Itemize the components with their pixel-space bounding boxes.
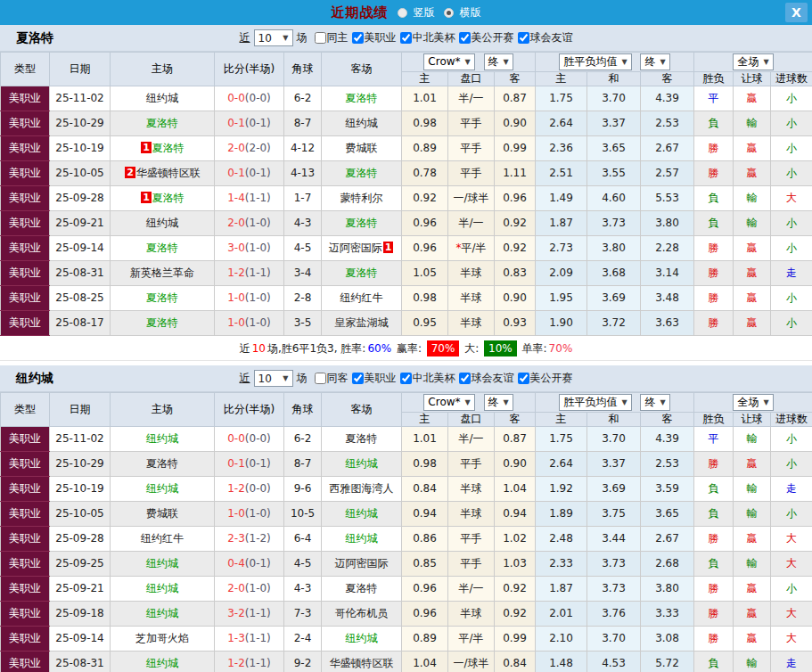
match-count-select[interactable]: 10 ▼ bbox=[254, 29, 293, 46]
subcol-odds-home: 主 bbox=[402, 72, 448, 86]
score-cell: 3-2(1-1) bbox=[215, 602, 284, 627]
match-count-select[interactable]: 10 ▼ bbox=[254, 370, 293, 387]
result-handicap-cell: 贏 bbox=[734, 236, 771, 261]
table-body: 美职业25-11-02纽约城0-0(0-0)6-2夏洛特1.01半/一0.871… bbox=[1, 427, 812, 672]
subcol-avg-draw: 和 bbox=[587, 72, 641, 86]
result-wdl-cell: 勝 bbox=[694, 627, 734, 652]
fulltime-select[interactable]: 全场 ▼ bbox=[733, 394, 773, 411]
handicap-label: 半球 bbox=[461, 291, 482, 304]
table-row: 美职业25-09-21纽约城2-0(1-0)4-3夏洛特0.96半/一0.921… bbox=[1, 211, 812, 236]
team-label: 纽约城 bbox=[146, 482, 178, 495]
same-venue-input[interactable] bbox=[315, 373, 326, 384]
team-label: 夏洛特 bbox=[346, 266, 378, 279]
team-label: 华盛顿特区联 bbox=[136, 167, 201, 179]
league-checkbox[interactable]: 中北美杯 bbox=[400, 371, 455, 386]
league-checkbox[interactable]: 球会友谊 bbox=[518, 30, 573, 45]
league-checkbox[interactable]: 球会友谊 bbox=[459, 371, 514, 386]
league-checkbox[interactable]: 中北美杯 bbox=[400, 30, 455, 45]
subcol-odds-away: 客 bbox=[495, 72, 536, 86]
home-team-cell: 夏洛特 bbox=[111, 286, 215, 311]
table-row: 美职业25-08-25夏洛特1-0(1-0)2-8纽约红牛0.98半球0.901… bbox=[1, 286, 812, 311]
home-team-cell: 夏洛特 bbox=[111, 111, 215, 136]
fulltime-score: 1-2 bbox=[227, 266, 245, 279]
fulltime-score: 2-0 bbox=[227, 582, 245, 594]
halftime-score: (0-0) bbox=[245, 92, 271, 104]
same-venue-input[interactable] bbox=[315, 32, 326, 44]
radio-horizontal-label[interactable]: 横版 bbox=[460, 5, 481, 20]
date-cell: 25-08-17 bbox=[50, 311, 111, 336]
avg-draw-cell: 3.75 bbox=[587, 502, 641, 527]
league-checkbox[interactable]: 美职业 bbox=[352, 371, 397, 386]
league-cell: 美职业 bbox=[1, 111, 50, 136]
home-team-cell: 纽约城 bbox=[111, 577, 215, 602]
handicap-cell: 平/半 bbox=[448, 627, 495, 652]
radio-vertical-label[interactable]: 竖版 bbox=[414, 5, 435, 20]
table-row: 美职业25-10-052华盛顿特区联0-1(0-1)4-13夏洛特0.78平手1… bbox=[1, 161, 812, 186]
league-checkbox-input[interactable] bbox=[518, 373, 529, 384]
fulltime-score: 1-2 bbox=[227, 657, 245, 669]
date-cell: 25-09-28 bbox=[50, 186, 111, 211]
away-team-cell: 夏洛特 bbox=[322, 427, 402, 452]
league-checkbox-input[interactable] bbox=[459, 32, 471, 44]
away-team-cell: 西雅图海湾人 bbox=[322, 477, 402, 502]
avg-final-select[interactable]: 终 ▼ bbox=[640, 394, 669, 411]
league-checkbox[interactable]: 美公开赛 bbox=[518, 371, 573, 386]
chevron-down-icon: ▼ bbox=[504, 58, 509, 66]
league-checkbox-input[interactable] bbox=[459, 373, 471, 384]
home-odds-cell: 0.98 bbox=[402, 286, 448, 311]
away-odds-cell: 0.94 bbox=[495, 502, 536, 527]
fulltime-select[interactable]: 全场 ▼ bbox=[733, 53, 773, 70]
score-cell: 2-0(1-0) bbox=[215, 211, 284, 236]
close-button[interactable]: X bbox=[785, 3, 808, 22]
radio-horizontal[interactable] bbox=[444, 8, 454, 18]
score-cell: 1-0(1-0) bbox=[215, 286, 284, 311]
odds-company-select[interactable]: Crow* ▼ bbox=[423, 53, 474, 70]
league-checkbox-input[interactable] bbox=[400, 373, 412, 384]
avg-home-cell: 1.89 bbox=[536, 502, 587, 527]
odds-final-select[interactable]: 终 ▼ bbox=[484, 394, 513, 411]
league-cell: 美职业 bbox=[1, 86, 50, 111]
date-cell: 25-09-18 bbox=[50, 602, 111, 627]
subcol-avg-home: 主 bbox=[536, 72, 587, 86]
chevron-down-icon: ▼ bbox=[283, 34, 288, 42]
odds-final-select[interactable]: 终 ▼ bbox=[484, 53, 513, 70]
avg-final-select[interactable]: 终 ▼ bbox=[640, 53, 669, 70]
avg-home-cell: 2.64 bbox=[536, 452, 587, 477]
away-team-cell: 纽约城 bbox=[322, 452, 402, 477]
odds-company-select[interactable]: Crow* ▼ bbox=[423, 394, 474, 411]
league-checkbox-input[interactable] bbox=[400, 32, 412, 44]
fulltime-score: 1-2 bbox=[227, 482, 245, 495]
league-cell: 美职业 bbox=[1, 161, 50, 186]
summary-segment: 单率: bbox=[519, 342, 547, 355]
filter-bar: 夏洛特 近 10 ▼ 场 同主 美职业中北美杯美公开赛球会友谊 bbox=[0, 25, 812, 52]
col-type: 类型 bbox=[1, 53, 50, 86]
summary-segment: 10% bbox=[484, 340, 517, 356]
corners-cell: 4-13 bbox=[284, 161, 322, 186]
handicap-label: 半/一 bbox=[458, 217, 483, 229]
radio-vertical[interactable] bbox=[398, 8, 407, 18]
avg-draw-cell: 4.53 bbox=[587, 652, 641, 672]
avg-away-cell: 3.48 bbox=[641, 286, 694, 311]
handicap-label: 半球 bbox=[461, 607, 482, 619]
league-checkbox[interactable]: 美职业 bbox=[352, 30, 397, 45]
avg-away-cell: 2.67 bbox=[641, 136, 694, 161]
result-handicap-cell: 贏 bbox=[734, 161, 771, 186]
same-venue-checkbox[interactable]: 同主 bbox=[315, 30, 349, 45]
fulltime-score: 0-1 bbox=[227, 167, 245, 179]
halftime-score: (1-1) bbox=[245, 266, 271, 279]
odds-group-header: Crow* ▼ 终 ▼ bbox=[402, 393, 536, 413]
handicap-cell: 一/球半 bbox=[448, 652, 495, 672]
league-checkbox-input[interactable] bbox=[518, 32, 529, 44]
result-wdl-cell: 負 bbox=[694, 652, 734, 672]
result-wdl-cell: 勝 bbox=[694, 286, 734, 311]
league-checkbox-input[interactable] bbox=[352, 373, 364, 384]
result-goals-cell: 小 bbox=[771, 427, 812, 452]
league-checkbox[interactable]: 美公开赛 bbox=[459, 30, 514, 45]
same-venue-checkbox[interactable]: 同客 bbox=[315, 371, 349, 386]
avg-select[interactable]: 胜平负均值 ▼ bbox=[559, 53, 631, 70]
handicap-cell: 平手 bbox=[448, 111, 495, 136]
league-checkbox-input[interactable] bbox=[352, 32, 364, 44]
team-label: 纽约城 bbox=[146, 432, 178, 445]
table-row: 美职业25-09-14芝加哥火焰1-3(1-1)2-4纽约城0.89平/半0.9… bbox=[1, 627, 812, 652]
avg-select[interactable]: 胜平负均值 ▼ bbox=[559, 394, 631, 411]
